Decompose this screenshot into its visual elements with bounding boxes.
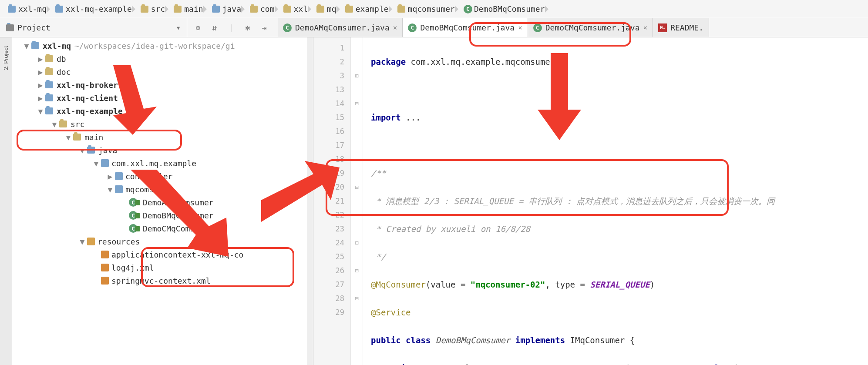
fold-strip[interactable]: ⊞ ⊟ ⊟ ⊟ ⊟ ⊟ <box>351 37 363 365</box>
collapse-icon[interactable]: ⇵ <box>210 23 219 33</box>
xml-icon <box>101 251 109 258</box>
tree-row[interactable]: log4j.xml <box>12 261 313 274</box>
fold-marker <box>351 194 363 208</box>
bc-mqcomsumer[interactable]: mqcomsumer <box>393 4 459 13</box>
module-icon <box>55 6 63 13</box>
target-icon[interactable]: ⊕ <box>193 23 203 33</box>
tab-democ[interactable]: CDemoCMqComsumer.java× <box>528 18 653 37</box>
bc-src[interactable]: src <box>136 4 170 13</box>
tree-row[interactable]: ▼src <box>12 117 313 131</box>
text: ); <box>734 363 744 365</box>
tree-label: xxl-mq-broker <box>57 80 118 90</box>
bc-label: com <box>260 4 275 13</box>
expand-arrow-icon[interactable]: ▼ <box>93 159 99 168</box>
tree-row[interactable]: CDemoBMqComsumer <box>12 209 313 222</box>
close-icon[interactable]: × <box>393 23 397 32</box>
tree-label: db <box>57 54 66 64</box>
annotation: @MqConsumer <box>371 280 426 289</box>
line-number: 22 <box>313 208 344 222</box>
hide-icon[interactable]: ⇥ <box>259 23 269 33</box>
expand-arrow-icon[interactable]: ▼ <box>51 120 57 129</box>
fold-marker[interactable]: ⊟ <box>351 180 363 194</box>
tree-row[interactable]: CDemoAMqComsumer <box>12 196 313 209</box>
bc-xxl-mq-example[interactable]: xxl-mq-example <box>51 4 136 13</box>
tree-row[interactable]: ▼java <box>12 144 313 157</box>
tree-label: src <box>71 120 85 129</box>
lock-icon <box>135 226 140 231</box>
bc-mq[interactable]: mq <box>312 4 341 13</box>
fold-marker[interactable]: ⊟ <box>351 264 363 278</box>
tree-row[interactable]: ▶doc <box>12 65 313 78</box>
line-number: 27 <box>313 278 344 291</box>
tree-row[interactable]: ▼main <box>12 131 313 144</box>
tree-row[interactable]: CDemoCMqComsumer <box>12 222 313 235</box>
project-tree[interactable]: ▼xxl-mq~/workspaces/idea-git-workspace/g… <box>12 37 313 365</box>
fold-marker[interactable]: ⊟ <box>351 236 363 250</box>
fold-marker <box>351 166 363 180</box>
tree-row[interactable]: ▼xxl-mq~/workspaces/idea-git-workspace/g… <box>12 39 313 52</box>
tree-row[interactable]: ▼xxl-mq-example <box>12 104 313 117</box>
fold-marker <box>351 138 363 152</box>
bc-xxl[interactable]: xxl <box>279 4 313 13</box>
tool-row: Project ▾ ⊕ ⇵ | ✻ ⇥ CDemoAMqComsumer.jav… <box>0 18 868 37</box>
expand-arrow-icon[interactable]: ▶ <box>37 54 44 64</box>
bc-java[interactable]: java <box>208 4 246 13</box>
expand-arrow-icon[interactable]: ▼ <box>107 185 113 194</box>
expand-arrow-icon[interactable]: ▼ <box>65 133 71 142</box>
expand-arrow-icon[interactable]: ▼ <box>24 41 30 50</box>
tree-row[interactable]: ▼resources <box>12 235 313 248</box>
folder-icon <box>174 6 182 13</box>
close-icon[interactable]: × <box>518 23 522 32</box>
bc-demob[interactable]: CDemoBMqComsumer <box>459 4 549 13</box>
expand-arrow-icon[interactable]: ▼ <box>79 237 85 246</box>
sidebar-strip[interactable]: 2: Project <box>0 37 12 365</box>
tab-readme[interactable]: M↓README. <box>653 18 709 37</box>
tree-label: xxl-mq-client <box>57 94 118 103</box>
bc-example[interactable]: example <box>341 4 393 13</box>
comment: * 消息模型 2/3 : SERIAL_QUEUE = 串行队列 : 点对点模式… <box>371 194 868 208</box>
module-icon <box>45 81 53 88</box>
gear-icon[interactable]: ✻ <box>243 23 252 33</box>
tree-row[interactable]: ▼com.xxl.mq.example <box>12 157 313 170</box>
expand-arrow-icon[interactable]: ▼ <box>37 107 44 116</box>
code-area[interactable]: package com.xxl.mq.example.mqcomsumer; i… <box>363 37 868 365</box>
line-number: 1 <box>313 41 344 55</box>
fold-marker[interactable]: ⊟ <box>351 97 363 111</box>
expand-arrow-icon[interactable]: ▶ <box>107 172 113 181</box>
bc-xxl-mq[interactable]: xxl-mq <box>3 4 51 13</box>
tree-row[interactable]: springmvc-context.xml <box>12 274 313 287</box>
text: com.xxl.mq.example.mqcomsumer; <box>406 57 560 67</box>
tree-row[interactable]: ▶xxl-mq-client <box>12 91 313 104</box>
tab-demoa[interactable]: CDemoAMqComsumer.java× <box>278 18 403 37</box>
tree-row[interactable]: ▼mqcomsumer <box>12 183 313 196</box>
keyword: implements <box>515 335 565 345</box>
expand-arrow-icon[interactable]: ▶ <box>37 80 44 90</box>
editor[interactable]: 1231314151617181920212223242526272829 ⊞ … <box>313 37 868 365</box>
fold-marker[interactable]: ⊞ <box>351 69 363 83</box>
tree-label: doc <box>57 67 71 77</box>
project-tool-button[interactable]: Project ▾ <box>0 18 187 37</box>
tree-row[interactable]: ▶db <box>12 52 313 65</box>
tree-row[interactable]: applicationcontext-xxl-mq-co <box>12 248 313 261</box>
expand-arrow-icon[interactable]: ▶ <box>37 67 44 77</box>
close-icon[interactable]: × <box>643 23 648 32</box>
fold-marker <box>351 305 363 319</box>
string: "mqconsumer-02" <box>471 280 545 289</box>
expand-arrow-icon[interactable]: ▶ <box>37 94 44 103</box>
line-number: 18 <box>313 152 344 166</box>
keyword: class <box>710 363 734 365</box>
bc-main[interactable]: main <box>169 4 207 13</box>
tab-demob[interactable]: CDemoBMqComsumer.java× <box>403 18 528 37</box>
markdown-icon: M↓ <box>658 23 667 32</box>
folder-icon <box>141 6 148 13</box>
bc-com[interactable]: com <box>246 4 279 13</box>
tree-toolbar: ⊕ ⇵ | ✻ ⇥ <box>187 18 275 37</box>
tree-row[interactable]: ▶xxl-mq-broker <box>12 78 313 91</box>
tree-label: DemoCMqComsumer <box>143 224 214 233</box>
class-icon: C <box>533 23 542 32</box>
scrollbar[interactable] <box>307 37 313 365</box>
fold-marker[interactable]: ⊟ <box>351 291 363 305</box>
expand-arrow-icon[interactable]: ▼ <box>79 146 85 155</box>
fold-marker <box>351 208 363 222</box>
tree-row[interactable]: ▶controller <box>12 170 313 183</box>
